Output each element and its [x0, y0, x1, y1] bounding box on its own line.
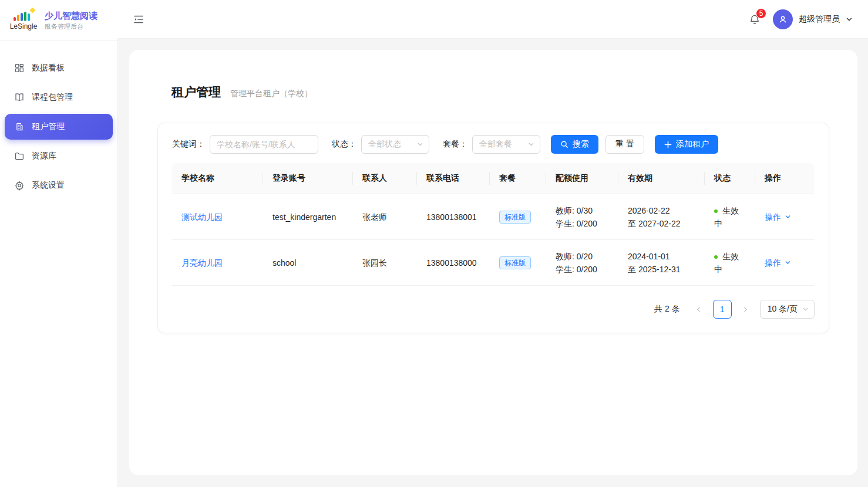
reset-button[interactable]: 重 置	[605, 135, 644, 154]
sidebar-item-tenants[interactable]: 租户管理	[5, 114, 113, 140]
page-size-select[interactable]: 10 条/页	[760, 300, 815, 319]
school-name-link[interactable]: 月亮幼儿园	[181, 256, 223, 269]
brand-title: 少儿智慧阅读	[45, 10, 97, 22]
validity-cell: 2026-02-22至 2027-02-22	[618, 194, 705, 239]
status-dot-icon	[714, 209, 718, 213]
col-actions: 操作	[755, 163, 815, 194]
quota-cell: 教师: 0/20学生: 0/200	[546, 240, 618, 285]
col-login-account: 登录账号	[263, 163, 353, 194]
row-actions-dropdown[interactable]: 操作	[765, 211, 791, 224]
sidebar-item-label: 系统设置	[32, 180, 65, 191]
page-subtitle: 管理平台租户（学校）	[230, 89, 312, 99]
page-card: 租户管理 管理平台租户（学校） 关键词： 状态： 全部状态 套餐： 全部套餐	[129, 50, 857, 475]
plan-badge: 标准版	[499, 256, 531, 269]
school-name-link[interactable]: 测试幼儿园	[181, 211, 223, 224]
plan-badge: 标准版	[499, 211, 531, 224]
sidebar-item-dashboard[interactable]: 数据看板	[5, 55, 113, 81]
sidebar-item-label: 课程包管理	[32, 92, 73, 103]
plan-select-value: 全部套餐	[479, 139, 512, 150]
user-icon	[778, 14, 788, 25]
col-school-name: 学校名称	[172, 163, 263, 194]
pagination: 共 2 条 1 10 条/页	[172, 300, 815, 319]
sidebar-item-course-packages[interactable]: 课程包管理	[5, 84, 113, 110]
book-icon	[14, 92, 25, 103]
pagination-prev-button[interactable]	[689, 300, 708, 319]
dashboard-icon	[14, 63, 25, 73]
validity-cell: 2024-01-01至 2025-12-31	[618, 240, 705, 285]
col-quota: 配额使用	[546, 163, 618, 194]
col-plan: 套餐	[490, 163, 546, 194]
user-name: 超级管理员	[799, 14, 840, 25]
login-account-cell: school	[263, 240, 353, 285]
tenant-table: 学校名称 登录账号 联系人 联系电话 套餐 配额使用 有效期 状态 操作 测试幼…	[172, 163, 815, 286]
chevron-down-icon	[785, 259, 791, 266]
quota-cell: 教师: 0/30学生: 0/200	[546, 194, 618, 239]
plus-icon	[664, 141, 672, 148]
top-header: 5 超级管理员	[117, 0, 868, 39]
page-title: 租户管理	[171, 84, 221, 100]
col-validity: 有效期	[618, 163, 705, 194]
status-select-value: 全部状态	[368, 139, 401, 150]
plan-label: 套餐：	[443, 139, 467, 150]
filter-bar: 关键词： 状态： 全部状态 套餐： 全部套餐 搜索	[172, 135, 815, 154]
pagination-page-1[interactable]: 1	[713, 300, 732, 319]
logo-bars-icon	[14, 11, 33, 21]
building-icon	[14, 121, 25, 132]
brand-block: LeSingle 少儿智慧阅读 服务管理后台	[0, 0, 117, 41]
chevron-right-icon	[742, 306, 749, 313]
sidebar-item-resources[interactable]: 资源库	[5, 143, 113, 169]
gear-icon	[14, 180, 25, 191]
keyword-label: 关键词：	[172, 139, 205, 150]
login-account-cell: test_kindergarten	[263, 194, 353, 239]
col-contact: 联系人	[353, 163, 417, 194]
brand-subtitle: 服务管理后台	[45, 22, 97, 31]
pagination-total: 共 2 条	[654, 304, 680, 314]
sidebar: LeSingle 少儿智慧阅读 服务管理后台 数据看板 课程包管理 租户管理 资…	[0, 0, 117, 487]
sidebar-item-settings[interactable]: 系统设置	[5, 173, 113, 198]
status-badge: 生效中	[714, 204, 746, 230]
folder-icon	[14, 151, 25, 161]
chevron-down-icon	[846, 16, 853, 23]
search-icon	[560, 140, 568, 148]
logo-spark-icon	[30, 7, 36, 13]
brand-logo: LeSingle	[8, 11, 39, 31]
tenant-panel: 关键词： 状态： 全部状态 套餐： 全部套餐 搜索	[157, 123, 829, 333]
search-button[interactable]: 搜索	[551, 135, 598, 154]
status-badge: 生效中	[714, 250, 746, 276]
sidebar-menu: 数据看板 课程包管理 租户管理 资源库 系统设置	[0, 41, 117, 212]
user-menu[interactable]: 超级管理员	[773, 9, 853, 29]
chevron-down-icon	[785, 214, 791, 220]
menu-fold-icon[interactable]	[132, 12, 146, 26]
status-select[interactable]: 全部状态	[361, 135, 429, 154]
contact-cell: 张园长	[353, 240, 417, 285]
keyword-input[interactable]	[210, 135, 318, 154]
pagination-next-button[interactable]	[736, 300, 755, 319]
page-size-value: 10 条/页	[768, 304, 798, 314]
table-row: 月亮幼儿园 school 张园长 13800138000 标准版 教师: 0/2…	[172, 240, 815, 286]
plan-select[interactable]: 全部套餐	[472, 135, 540, 154]
phone-cell: 13800138001	[417, 194, 490, 239]
chevron-left-icon	[695, 306, 702, 313]
chevron-down-icon	[528, 141, 534, 148]
status-label: 状态：	[332, 139, 356, 150]
col-status: 状态	[705, 163, 755, 194]
table-row: 测试幼儿园 test_kindergarten 张老师 13800138001 …	[172, 194, 815, 240]
col-phone: 联系电话	[417, 163, 490, 194]
status-dot-icon	[714, 255, 718, 259]
brand-logo-text: LeSingle	[10, 22, 38, 31]
row-actions-dropdown[interactable]: 操作	[765, 256, 791, 269]
chevron-down-icon	[417, 141, 423, 148]
sidebar-item-label: 数据看板	[32, 63, 65, 73]
notification-badge: 5	[756, 8, 766, 19]
sidebar-item-label: 资源库	[32, 151, 56, 161]
phone-cell: 13800138000	[417, 240, 490, 285]
content-area: 租户管理 管理平台租户（学校） 关键词： 状态： 全部状态 套餐： 全部套餐	[117, 39, 868, 487]
avatar	[773, 9, 793, 29]
contact-cell: 张老师	[353, 194, 417, 239]
table-header: 学校名称 登录账号 联系人 联系电话 套餐 配额使用 有效期 状态 操作	[172, 163, 815, 194]
add-tenant-button[interactable]: 添加租户	[655, 135, 718, 154]
sidebar-item-label: 租户管理	[32, 121, 65, 132]
notification-bell[interactable]: 5	[747, 12, 762, 27]
chevron-down-icon	[802, 306, 809, 313]
